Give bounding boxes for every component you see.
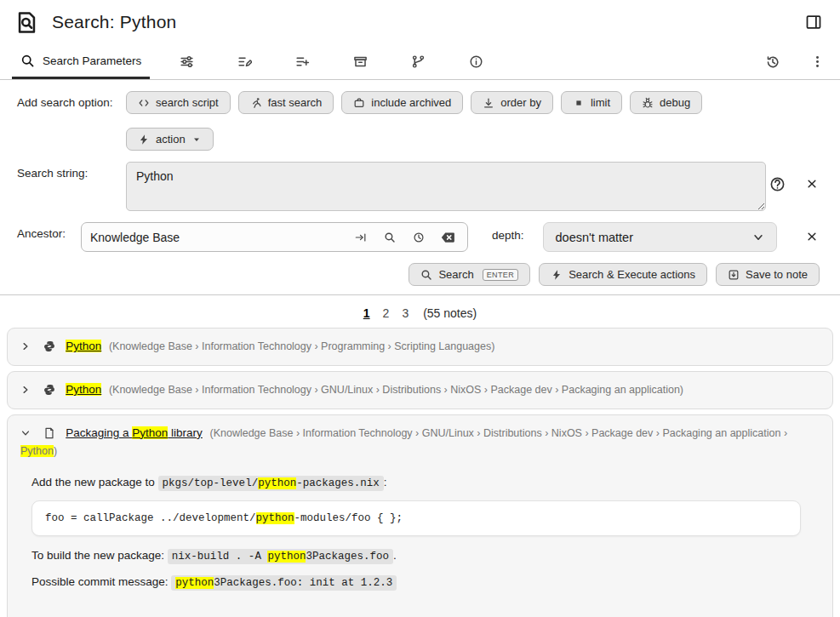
button-label: include archived xyxy=(371,96,451,109)
result-count: (55 notes) xyxy=(423,306,477,320)
ancestor-input[interactable] xyxy=(90,231,342,244)
result-header: Python (Knowledge Base › Information Tec… xyxy=(20,338,820,356)
save-note-icon xyxy=(728,269,740,281)
result-title-link[interactable]: Python xyxy=(66,383,101,396)
owned-attributes-edit-list-icon[interactable] xyxy=(233,51,255,73)
code-icon xyxy=(138,97,150,109)
lightning-icon xyxy=(138,134,150,146)
result-path: (Knowledge Base › Information Technology… xyxy=(109,384,683,396)
code-text: -packages.nix xyxy=(296,477,380,489)
title-bar: Search: Python xyxy=(0,0,840,44)
page-2-link[interactable]: 2 xyxy=(383,306,390,320)
limit-button[interactable]: limit xyxy=(561,91,622,114)
preview-paragraph: Add the new package to pkgs/top-level/py… xyxy=(31,476,801,489)
depth-label: depth: xyxy=(492,222,524,242)
clear-backspace-icon[interactable] xyxy=(437,226,459,249)
inherited-attributes-add-list-icon[interactable] xyxy=(291,51,313,73)
fast-search-button[interactable]: fast search xyxy=(238,91,334,114)
include-archived-button[interactable]: include archived xyxy=(341,91,463,114)
code-text: nix-build . -A xyxy=(172,551,268,563)
python-icon xyxy=(43,340,55,352)
chevron-down-icon xyxy=(752,231,764,243)
note-info-icon[interactable] xyxy=(465,51,487,73)
order-by-icon xyxy=(483,97,494,109)
title-text: Packaging a xyxy=(66,426,132,439)
title-text: library xyxy=(168,426,203,439)
note-revisions-history-icon[interactable] xyxy=(762,51,784,73)
search-actions-row: Search ENTER Search & Execute actions Sa… xyxy=(17,263,823,286)
paragraph-text: . xyxy=(393,549,397,562)
button-label: search script xyxy=(156,96,219,109)
button-label: debug xyxy=(660,96,690,109)
ribbon-right xyxy=(762,44,828,79)
button-label: limit xyxy=(591,96,610,109)
search-parameters-panel: Add search option: search script fast se… xyxy=(0,80,840,286)
search-icon[interactable] xyxy=(379,226,401,249)
preview-paragraph: To build the new package: nix-build . -A… xyxy=(31,549,801,563)
depth-select[interactable]: doesn't matter xyxy=(543,222,777,252)
ribbon-tab-icons xyxy=(175,44,487,79)
debug-button[interactable]: debug xyxy=(630,91,702,114)
tab-search-parameters[interactable]: Search Parameters xyxy=(12,44,150,79)
result-card: Python (Knowledge Base › Information Tec… xyxy=(7,371,833,409)
add-search-option-label: Add search option: xyxy=(17,91,126,109)
paragraph-text: To build the new package: xyxy=(31,549,168,562)
action-button[interactable]: action xyxy=(126,128,214,151)
result-card-expanded: Packaging a Python library (Knowledge Ba… xyxy=(7,414,833,617)
save-to-note-button[interactable]: Save to note xyxy=(716,263,820,286)
button-label: fast search xyxy=(268,96,323,109)
note-map-branch-icon[interactable] xyxy=(407,51,429,73)
result-title-link[interactable]: Packaging a Python library xyxy=(66,426,203,439)
search-results: Python (Knowledge Base › Information Tec… xyxy=(0,328,840,617)
search-execute-actions-button[interactable]: Search & Execute actions xyxy=(539,263,707,286)
result-title-link[interactable]: Python xyxy=(66,340,101,352)
lightning-icon xyxy=(551,269,563,281)
paragraph-text: : xyxy=(384,476,387,488)
inline-code: python3Packages.foo: init at 1.2.3 xyxy=(171,575,397,591)
limit-icon xyxy=(573,97,585,109)
paragraph-text: Possible commit message: xyxy=(31,575,171,588)
add-search-option-row: Add search option: search script fast se… xyxy=(17,91,823,151)
search-string-label: Search string: xyxy=(17,162,126,180)
highlighted-match: python xyxy=(256,512,294,524)
highlighted-match: python xyxy=(175,577,214,589)
basic-properties-sliders-icon[interactable] xyxy=(175,51,197,73)
close-ancestor-icon[interactable] xyxy=(801,222,823,244)
right-pane-toggle-icon[interactable] xyxy=(803,11,825,33)
order-by-button[interactable]: order by xyxy=(471,91,553,114)
help-icon[interactable] xyxy=(766,173,788,195)
chevron-right-icon[interactable] xyxy=(20,341,31,351)
search-string-input[interactable]: Python xyxy=(126,162,766,211)
debug-bug-icon xyxy=(642,97,654,109)
highlighted-match: Python xyxy=(66,383,101,396)
search-script-button[interactable]: search script xyxy=(126,91,231,114)
code-text: 3Packages.foo xyxy=(306,551,389,563)
ancestor-input-box xyxy=(81,222,468,252)
button-label: Save to note xyxy=(746,268,808,281)
code-text: pkgs/top-level/ xyxy=(163,477,259,489)
inline-code: nix-build . -A python3Packages.foo xyxy=(168,549,393,564)
page-3-link[interactable]: 3 xyxy=(402,306,409,320)
note-paths-archive-icon[interactable] xyxy=(349,51,371,73)
page-title: Search: Python xyxy=(52,12,176,32)
pagination: 1 2 3 (55 notes) xyxy=(0,295,840,328)
highlighted-match: Python xyxy=(66,340,101,352)
inline-code: pkgs/top-level/python-packages.nix xyxy=(158,476,384,491)
search-option-buttons: search script fast search include archiv… xyxy=(126,91,800,151)
caret-down-icon xyxy=(191,134,202,145)
note-preview-content: Add the new package to pkgs/top-level/py… xyxy=(20,460,820,594)
highlighted-match: Python xyxy=(20,445,54,457)
jump-to-note-icon[interactable] xyxy=(350,226,372,249)
recent-notes-clock-icon[interactable] xyxy=(408,226,430,249)
chevron-right-icon[interactable] xyxy=(20,385,31,395)
preview-paragraph: Possible commit message: python3Packages… xyxy=(31,575,801,589)
path-text: (Knowledge Base › Information Technology… xyxy=(209,427,787,439)
depth-select-value: doesn't matter xyxy=(556,231,633,244)
search-button[interactable]: Search ENTER xyxy=(409,263,530,286)
kebab-menu-icon[interactable] xyxy=(806,51,828,73)
page-1-link[interactable]: 1 xyxy=(363,306,370,320)
close-search-string-icon[interactable] xyxy=(801,173,823,195)
code-block: foo = callPackage ../development/python-… xyxy=(31,500,801,536)
chevron-down-icon[interactable] xyxy=(20,428,31,438)
note-page-icon xyxy=(43,427,55,439)
